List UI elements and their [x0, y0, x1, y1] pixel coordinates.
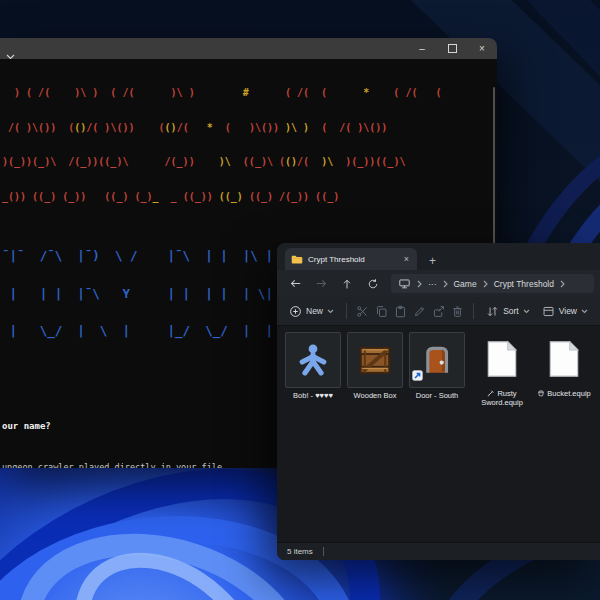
shortcut-overlay-icon — [412, 367, 423, 385]
explorer-tab-crypt-threshold[interactable]: Crypt Threshold × — [285, 248, 417, 270]
close-icon: × — [479, 44, 485, 54]
scissors-icon — [356, 305, 369, 318]
breadcrumb[interactable]: ··· Game Crypt Threshold — [391, 274, 594, 293]
copy-icon — [375, 305, 388, 318]
chevron-right-icon — [560, 280, 565, 288]
back-button[interactable] — [283, 274, 307, 294]
thumbnail-tile — [347, 332, 403, 388]
chevron-right-icon — [443, 280, 448, 288]
file-label: Rusty Sword.equip — [481, 389, 523, 407]
door-icon — [420, 342, 454, 378]
up-button[interactable] — [335, 274, 359, 294]
file-explorer-window: Crypt Threshold × + ··· Game Crypt Thres… — [277, 243, 600, 560]
chevron-down-icon — [327, 309, 334, 314]
file-label: Bob! - ♥♥♥♥ — [293, 391, 333, 400]
explorer-status-bar: 5 items — [277, 542, 600, 560]
explorer-address-bar: ··· Game Crypt Threshold — [277, 270, 600, 297]
chevron-down-icon — [523, 309, 530, 314]
tab-title: Crypt Threshold — [308, 255, 397, 264]
file-label: Door - South — [416, 391, 459, 400]
file-label: Bucket.equip — [537, 389, 590, 398]
sort-arrows-icon — [486, 305, 499, 318]
document-icon — [548, 339, 580, 379]
delete-button[interactable] — [450, 301, 465, 321]
document-icon-wrap — [537, 332, 591, 386]
file-item-wooden-box[interactable]: Wooden Box — [347, 332, 403, 400]
minimize-button[interactable]: – — [407, 38, 437, 59]
maximize-button[interactable] — [437, 38, 467, 59]
file-item-bucket[interactable]: Bucket.equip — [535, 332, 593, 398]
copy-button[interactable] — [374, 301, 389, 321]
thumbnail-tile — [409, 332, 465, 388]
share-icon — [432, 305, 445, 318]
toolbar-separator — [473, 303, 474, 319]
new-button[interactable]: New — [285, 301, 338, 321]
toolbar-separator — [346, 303, 347, 319]
file-label: Wooden Box — [354, 391, 397, 400]
thumbnail-tile — [285, 332, 341, 388]
file-list: Bob! - ♥♥♥♥ Wooden Box — [277, 326, 600, 542]
breadcrumb-crypt-threshold[interactable]: Crypt Threshold — [494, 279, 554, 289]
paste-icon — [394, 305, 407, 318]
chevron-down-icon — [581, 309, 588, 314]
this-pc-icon — [398, 278, 411, 289]
maximize-icon — [448, 44, 457, 53]
share-button[interactable] — [431, 301, 446, 321]
forward-button[interactable] — [309, 274, 333, 294]
file-item-door-south[interactable]: Door - South — [409, 332, 465, 400]
tab-close-button[interactable]: × — [402, 254, 411, 264]
document-icon-wrap — [475, 332, 529, 386]
file-item-rusty-sword[interactable]: Rusty Sword.equip — [473, 332, 531, 407]
view-layout-icon — [542, 305, 555, 318]
plus-circle-icon — [289, 305, 302, 318]
rename-icon — [413, 305, 426, 318]
breadcrumb-ellipsis[interactable]: ··· — [428, 279, 437, 289]
paste-button[interactable] — [393, 301, 408, 321]
close-button[interactable]: × — [467, 38, 497, 59]
refresh-button[interactable] — [361, 274, 385, 294]
terminal-titlebar[interactable]: – × — [0, 38, 497, 59]
ascii-flame-art: ) ( /( )\ ) ( /( )\ ) # ( /( ( * ( /( ( … — [2, 64, 497, 225]
document-icon — [486, 339, 518, 379]
up-arrow-icon — [341, 278, 353, 290]
explorer-tab-bar: Crypt Threshold × + — [277, 243, 600, 270]
status-divider — [323, 547, 324, 556]
file-item-bob[interactable]: Bob! - ♥♥♥♥ — [285, 332, 341, 400]
back-arrow-icon — [289, 278, 302, 289]
chevron-right-icon — [483, 280, 488, 288]
chevron-right-icon — [417, 280, 422, 288]
sort-button[interactable]: Sort — [482, 301, 534, 321]
rename-button[interactable] — [412, 301, 427, 321]
view-button[interactable]: View — [538, 301, 592, 321]
sword-icon — [487, 389, 495, 397]
forward-arrow-icon — [315, 278, 328, 289]
person-icon — [295, 342, 331, 378]
trash-icon — [451, 305, 464, 318]
crate-icon — [356, 342, 394, 378]
bucket-icon — [537, 389, 545, 397]
minimize-icon: – — [419, 44, 425, 54]
folder-icon — [291, 254, 303, 265]
item-count: 5 items — [287, 547, 313, 556]
cut-button[interactable] — [355, 301, 370, 321]
explorer-toolbar: New Sort View — [277, 297, 600, 326]
refresh-icon — [367, 278, 379, 290]
breadcrumb-game[interactable]: Game — [454, 279, 477, 289]
new-tab-button[interactable]: + — [429, 255, 436, 267]
